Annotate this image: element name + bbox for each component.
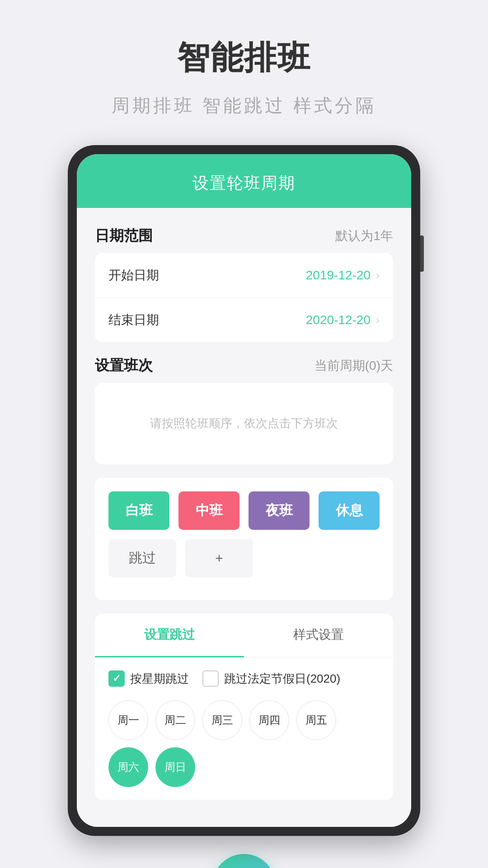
end-date-value: 2020-12-20 › xyxy=(306,313,380,327)
shift-setup-section-header: 设置班次 当前周期(0)天 xyxy=(95,356,393,376)
phone-screen: 设置轮班周期 日期范围 默认为1年 开始日期 2019-12-20 › 结束日期 xyxy=(77,154,411,827)
phone-mockup: 设置轮班周期 日期范围 默认为1年 开始日期 2019-12-20 › 结束日期 xyxy=(68,145,420,836)
checkbox-holiday-label: 跳过法定节假日(2020) xyxy=(224,671,340,687)
date-range-hint: 默认为1年 xyxy=(335,227,393,245)
date-range-card: 开始日期 2019-12-20 › 结束日期 2020-12-20 › xyxy=(95,253,393,342)
screen-header: 设置轮班周期 xyxy=(77,154,411,208)
date-range-title: 日期范围 xyxy=(95,226,153,246)
chevron-right-icon-2: › xyxy=(376,314,380,326)
tab-card: 设置跳过 样式设置 ✓ 按星期跳过 跳过 xyxy=(95,613,393,800)
shift-button-night[interactable]: 夜班 xyxy=(249,491,310,530)
checkbox-item-weekday[interactable]: ✓ 按星期跳过 xyxy=(108,670,189,687)
ai-button-area: Ai xyxy=(212,854,276,868)
end-date-row[interactable]: 结束日期 2020-12-20 › xyxy=(95,298,393,342)
checkbox-row: ✓ 按星期跳过 跳过法定节假日(2020) xyxy=(108,670,380,687)
shift-buttons-card: 白班 中班 夜班 休息 跳过 + xyxy=(95,478,393,600)
day-button-sun[interactable]: 周日 xyxy=(155,747,195,787)
tab-style-settings[interactable]: 样式设置 xyxy=(244,613,393,657)
checkbox-weekday-box: ✓ xyxy=(108,670,125,687)
shift-button-white[interactable]: 白班 xyxy=(108,491,169,530)
shift-button-skip[interactable]: 跳过 xyxy=(108,539,176,577)
phone-side-button xyxy=(420,236,424,272)
ai-button[interactable]: Ai xyxy=(212,854,276,868)
weekday-buttons-row: 周一 周二 周三 周四 周五 周六 周日 xyxy=(108,700,380,787)
day-button-tue[interactable]: 周二 xyxy=(155,700,195,740)
shift-buttons-row-2: 跳过 + xyxy=(108,539,380,577)
shift-empty-text: 请按照轮班顺序，依次点击下方班次 xyxy=(150,414,338,433)
checkbox-item-holiday[interactable]: 跳过法定节假日(2020) xyxy=(202,670,340,687)
shift-button-rest[interactable]: 休息 xyxy=(319,491,380,530)
tab-header: 设置跳过 样式设置 xyxy=(95,613,393,658)
page-subtitle: 周期排班 智能跳过 样式分隔 xyxy=(112,93,376,118)
day-button-wed[interactable]: 周三 xyxy=(202,700,242,740)
shift-setup-title: 设置班次 xyxy=(95,356,153,376)
shift-buttons-row-1: 白班 中班 夜班 休息 xyxy=(108,491,380,530)
tab-skip-settings[interactable]: 设置跳过 xyxy=(95,613,244,657)
chevron-right-icon: › xyxy=(376,269,380,282)
start-date-label: 开始日期 xyxy=(108,267,159,284)
shift-button-mid[interactable]: 中班 xyxy=(178,491,239,530)
day-button-sat[interactable]: 周六 xyxy=(108,747,148,787)
date-range-section-header: 日期范围 默认为1年 xyxy=(95,226,393,246)
shift-empty-card: 请按照轮班顺序，依次点击下方班次 xyxy=(95,383,393,464)
screen-content: 日期范围 默认为1年 开始日期 2019-12-20 › 结束日期 2020-1… xyxy=(77,208,411,827)
end-date-label: 结束日期 xyxy=(108,311,159,329)
page-title: 智能排班 xyxy=(177,36,311,80)
shift-button-add[interactable]: + xyxy=(185,539,253,577)
checkbox-weekday-label: 按星期跳过 xyxy=(130,671,189,687)
day-button-thu[interactable]: 周四 xyxy=(249,700,289,740)
day-button-mon[interactable]: 周一 xyxy=(108,700,148,740)
checkmark-icon: ✓ xyxy=(113,673,121,684)
shift-setup-hint: 当前周期(0)天 xyxy=(314,357,393,374)
checkbox-holiday-box xyxy=(202,670,219,687)
start-date-value: 2019-12-20 › xyxy=(306,268,380,283)
start-date-row[interactable]: 开始日期 2019-12-20 › xyxy=(95,253,393,298)
day-button-fri[interactable]: 周五 xyxy=(296,700,336,740)
screen-header-title: 设置轮班周期 xyxy=(192,174,296,192)
tab-content-skip: ✓ 按星期跳过 跳过法定节假日(2020) 周一 周二 周三 xyxy=(95,658,393,800)
